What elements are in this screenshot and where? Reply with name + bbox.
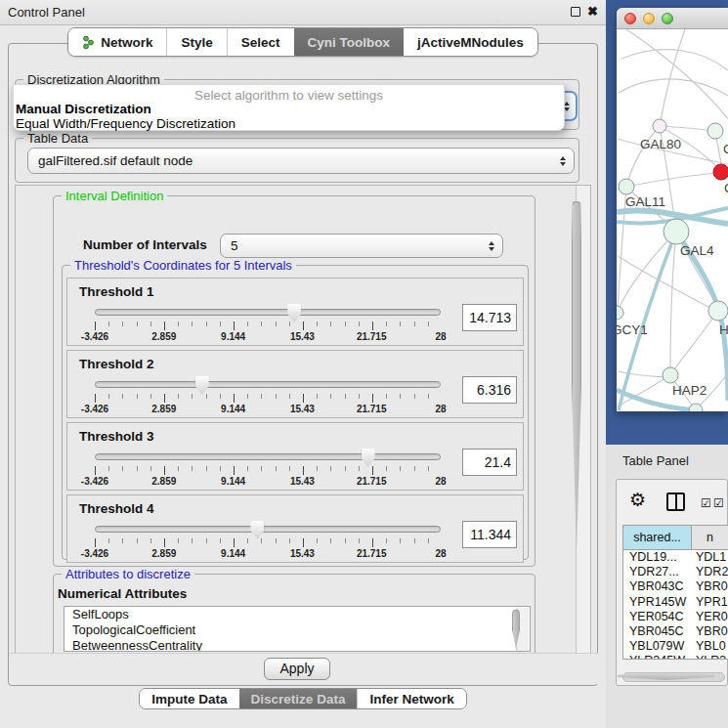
slider-thumb[interactable]: [287, 304, 301, 322]
list-item[interactable]: TopologicalCoefficient: [64, 622, 530, 638]
slider-thumb[interactable]: [250, 521, 264, 539]
column-header-name[interactable]: n: [692, 526, 728, 549]
slider-track[interactable]: [95, 381, 441, 388]
spinner-arrows-icon: [489, 241, 494, 251]
scrollbar-thumb[interactable]: [618, 674, 714, 680]
table-panel-title: Table Panel: [622, 453, 689, 468]
threshold-2-value-input[interactable]: [462, 376, 517, 404]
node-label: G: [723, 142, 728, 156]
node-top-right: [707, 123, 723, 139]
table-row[interactable]: YDR27...YDR2: [623, 565, 728, 579]
tab-discretize-data[interactable]: Discretize Data: [239, 689, 358, 708]
slider-thumb[interactable]: [362, 449, 375, 467]
network-view-window: GAL80 G C GAL11 GAL4 GCY1 H HAP2: [617, 8, 728, 411]
table-data-combobox-value: galFiltered.sif default node: [38, 153, 193, 168]
table-row[interactable]: YBL079WYBL0: [623, 639, 728, 654]
tab-network[interactable]: Network: [68, 28, 166, 56]
gear-icon[interactable]: ⚙: [629, 489, 646, 510]
attributes-list-scrollbar[interactable]: [516, 608, 529, 652]
table-panel: Table Panel ⚙ ☑ ☑ shared... n YDL19...YD…: [606, 445, 728, 728]
tab-network-label: Network: [101, 35, 152, 50]
node-label: GAL4: [680, 243, 714, 258]
attributes-group-title: Attributes to discretize: [62, 567, 194, 581]
threshold-1-value-input[interactable]: [462, 304, 517, 331]
numerical-attributes-list[interactable]: SelfLoops TopologicalCoefficient Between…: [64, 606, 531, 652]
dropdown-hint-item[interactable]: Select algorithm to view settings: [14, 88, 564, 103]
settings-scroll-area: Interval Definition Number of Intervals …: [15, 185, 591, 654]
network-graph: GAL80 G C GAL11 GAL4 GCY1 H HAP2: [617, 29, 728, 411]
threshold-2-slider[interactable]: -3.426 2.859 9.144 15.43 21.715 28: [95, 376, 441, 417]
table-row[interactable]: YDL19...YDL1: [623, 550, 728, 565]
cyni-toolbox-panel: Discretization Algorithm Table Data galF…: [8, 43, 598, 686]
mac-minimize-icon[interactable]: [643, 13, 655, 24]
node-gal80: [653, 119, 666, 133]
slider-thumb[interactable]: [195, 376, 209, 395]
table-row[interactable]: YPR145WYPR1: [623, 595, 728, 610]
table-header-row: shared... n: [623, 526, 728, 550]
numerical-attributes-label: Numerical Attributes: [58, 586, 187, 601]
slider-track[interactable]: [95, 309, 441, 316]
node-label: HAP2: [672, 383, 707, 398]
columns-icon[interactable]: [666, 492, 685, 511]
slider-track[interactable]: [95, 453, 441, 460]
table-horizontal-scrollbar[interactable]: [622, 672, 725, 682]
node-attribute-table[interactable]: shared... n YDL19...YDL1 YDR27...YDR2 YB…: [622, 525, 728, 660]
mac-close-icon[interactable]: [624, 13, 636, 24]
node-label: GCY1: [617, 322, 648, 337]
float-window-icon[interactable]: [571, 7, 580, 17]
close-icon[interactable]: ✖: [587, 6, 598, 17]
number-of-intervals-spinner[interactable]: 5: [220, 234, 503, 258]
table-row[interactable]: YER054CYER0: [623, 610, 728, 624]
dropdown-item-manual-discretization[interactable]: Manual Discretization: [16, 102, 151, 116]
tab-infer-network[interactable]: Infer Network: [357, 689, 465, 708]
scrollbar-thumb[interactable]: [572, 201, 581, 551]
list-item[interactable]: BetweennessCentrality: [64, 638, 530, 652]
table-data-combobox[interactable]: galFiltered.sif default node: [27, 148, 575, 174]
tab-jactivemnodules[interactable]: jActiveMNodules: [404, 28, 537, 56]
table-toolbar: ⚙ ☑ ☑: [617, 480, 727, 523]
node-red-selected: [713, 164, 728, 180]
table-row[interactable]: YBR045CYBR0: [623, 624, 728, 639]
threshold-4-slider[interactable]: -3.426 2.859 9.144 15.43 21.715 28: [95, 521, 441, 562]
node-gal4: [664, 219, 689, 244]
thresholds-group-title: Threshold's Coordinates for 5 Intervals: [70, 258, 296, 273]
settings-vertical-scrollbar[interactable]: [576, 186, 590, 653]
column-header-shared[interactable]: shared...: [623, 526, 692, 549]
threshold-panel-1: Threshold 1 -3.426 2.859 9.144: [66, 278, 524, 346]
network-canvas[interactable]: GAL80 G C GAL11 GAL4 GCY1 H HAP2: [617, 29, 728, 411]
dropdown-item-equal-width-frequency[interactable]: Equal Width/Frequency Discretization: [16, 116, 236, 131]
network-window-titlebar: [617, 8, 728, 29]
control-panel-title: Control Panel: [8, 5, 85, 20]
control-panel-tabbar: Network Style Select Cyni Toolbox jActiv…: [0, 27, 606, 57]
checkbox-checked-icon[interactable]: ☑: [713, 496, 724, 510]
threshold-3-value-input[interactable]: [462, 449, 517, 476]
node-gcy1: [617, 306, 623, 320]
threshold-1-slider[interactable]: -3.426 2.859 9.144 15.43 21.715 28: [95, 304, 441, 345]
number-of-intervals-value: 5: [231, 238, 238, 253]
table-row[interactable]: YBR043CYBR0: [623, 579, 728, 594]
table-data-group: Table Data galFiltered.sif default node: [15, 138, 579, 183]
number-of-intervals-label: Number of Intervals: [83, 237, 207, 252]
tab-style[interactable]: Style: [166, 28, 226, 56]
threshold-label: Threshold 4: [79, 501, 154, 516]
threshold-label: Threshold 1: [79, 284, 154, 299]
mac-zoom-icon[interactable]: [662, 13, 673, 24]
node-label: GAL80: [640, 137, 681, 151]
checkbox-checked-icon[interactable]: ☑: [701, 496, 711, 510]
algorithm-dropdown-popup: Select algorithm to view settings Manual…: [13, 84, 565, 131]
threshold-3-slider[interactable]: -3.426 2.859 9.144 15.43 21.715 28: [95, 449, 441, 490]
threshold-4-value-input[interactable]: [462, 521, 517, 548]
desktop-background: GAL80 G C GAL11 GAL4 GCY1 H HAP2: [606, 0, 728, 445]
right-column: GAL80 G C GAL11 GAL4 GCY1 H HAP2 Table P…: [606, 0, 728, 728]
interval-definition-group: Interval Definition Number of Intervals …: [53, 195, 535, 567]
tab-impute-data[interactable]: Impute Data: [140, 689, 238, 708]
tab-select[interactable]: Select: [227, 28, 294, 56]
slider-track[interactable]: [95, 526, 441, 533]
apply-button[interactable]: Apply: [264, 658, 330, 680]
node-gal11: [619, 179, 634, 194]
threshold-panel-3: Threshold 3 -3.426 2.859 9.144: [66, 422, 524, 491]
table-row[interactable]: YLR345WYLR3: [623, 654, 728, 660]
node-label: GAL11: [625, 194, 665, 209]
tab-cyni-toolbox[interactable]: Cyni Toolbox: [294, 28, 405, 56]
list-item[interactable]: SelfLoops: [64, 607, 530, 622]
